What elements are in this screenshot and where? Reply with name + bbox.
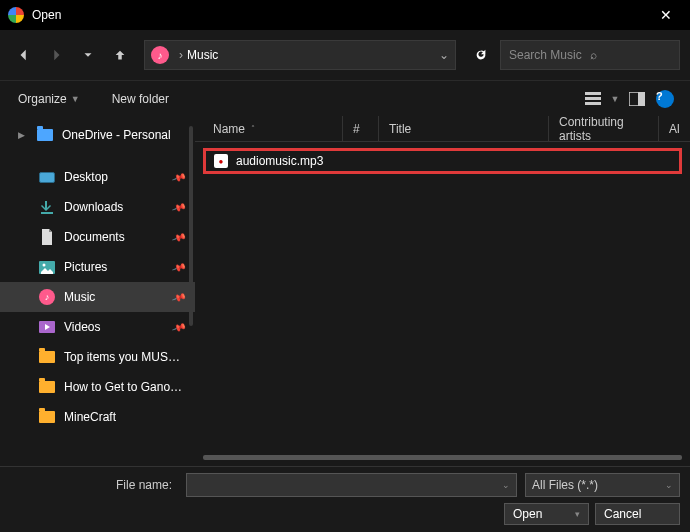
music-icon: ♪ xyxy=(151,46,169,64)
horizontal-scrollbar[interactable] xyxy=(203,455,682,460)
audio-file-icon: ● xyxy=(214,154,228,168)
onedrive-icon xyxy=(36,127,54,143)
chevron-down-icon[interactable]: ⌄ xyxy=(665,480,673,490)
pin-icon: 📌 xyxy=(171,199,187,214)
chevron-right-icon: › xyxy=(179,48,183,62)
column-artists[interactable]: Contributing artists xyxy=(549,116,659,141)
navbar: ♪ › Music ⌄ Search Music ⌕ xyxy=(0,30,690,80)
app-icon xyxy=(8,7,24,23)
column-number[interactable]: # xyxy=(343,116,379,141)
videos-icon xyxy=(38,319,56,335)
forward-button[interactable] xyxy=(42,41,70,69)
recent-dropdown[interactable] xyxy=(74,41,102,69)
sidebar-item-desktop[interactable]: Desktop 📌 xyxy=(0,162,195,192)
downloads-icon xyxy=(38,199,56,215)
folder-icon xyxy=(38,409,56,425)
file-name: audiomusic.mp3 xyxy=(236,154,323,168)
sidebar-item-folder[interactable]: MineCraft xyxy=(0,402,195,432)
view-dropdown[interactable]: ▼ xyxy=(608,86,622,112)
filename-input[interactable]: ⌄ xyxy=(186,473,517,497)
window-title: Open xyxy=(32,8,646,22)
sidebar-item-downloads[interactable]: Downloads 📌 xyxy=(0,192,195,222)
sidebar-item-videos[interactable]: Videos 📌 xyxy=(0,312,195,342)
main-area: ▶ OneDrive - Personal Desktop 📌 Download… xyxy=(0,116,690,466)
refresh-button[interactable] xyxy=(466,40,496,70)
folder-icon xyxy=(38,379,56,395)
filename-label: File name: xyxy=(10,478,178,492)
desktop-icon xyxy=(38,169,56,185)
search-input[interactable]: Search Music ⌕ xyxy=(500,40,680,70)
preview-pane-button[interactable] xyxy=(624,86,650,112)
cancel-button[interactable]: Cancel xyxy=(595,503,680,525)
search-icon: ⌕ xyxy=(590,48,671,62)
view-menu[interactable] xyxy=(580,86,606,112)
file-list-pane: Name˄ # Title Contributing artists Al ● … xyxy=(195,116,690,466)
new-folder-button[interactable]: New folder xyxy=(106,88,175,110)
svg-rect-2 xyxy=(585,102,601,105)
sidebar-item-documents[interactable]: Documents 📌 xyxy=(0,222,195,252)
open-button[interactable]: Open▾ xyxy=(504,503,589,525)
footer: File name: ⌄ All Files (*.*) ⌄ Open▾ Can… xyxy=(0,466,690,532)
chevron-right-icon[interactable]: ▶ xyxy=(18,130,28,140)
back-button[interactable] xyxy=(10,41,38,69)
sidebar-item-folder[interactable]: How to Get to Ganondorf xyxy=(0,372,195,402)
sidebar-item-music[interactable]: ♪ Music 📌 xyxy=(0,282,195,312)
music-icon: ♪ xyxy=(38,289,56,305)
column-name[interactable]: Name˄ xyxy=(203,116,343,141)
folder-icon xyxy=(38,349,56,365)
column-title[interactable]: Title xyxy=(379,116,549,141)
toolbar: Organize▼ New folder ▼ ? xyxy=(0,80,690,116)
address-dropdown[interactable]: ⌄ xyxy=(439,48,449,62)
filetype-filter[interactable]: All Files (*.*) ⌄ xyxy=(525,473,680,497)
file-row[interactable]: ● audiomusic.mp3 xyxy=(203,148,682,174)
search-placeholder: Search Music xyxy=(509,48,590,62)
sidebar-item-folder[interactable]: Top items you MUST get t xyxy=(0,342,195,372)
svg-rect-4 xyxy=(638,92,645,106)
address-bar[interactable]: ♪ › Music ⌄ xyxy=(144,40,456,70)
svg-rect-0 xyxy=(585,92,601,95)
documents-icon xyxy=(38,229,56,245)
up-button[interactable] xyxy=(106,41,134,69)
sidebar: ▶ OneDrive - Personal Desktop 📌 Download… xyxy=(0,116,195,466)
pin-icon: 📌 xyxy=(171,319,187,334)
titlebar: Open ✕ xyxy=(0,0,690,30)
sidebar-item-onedrive[interactable]: ▶ OneDrive - Personal xyxy=(0,120,195,150)
sidebar-item-pictures[interactable]: Pictures 📌 xyxy=(0,252,195,282)
pin-icon: 📌 xyxy=(171,229,187,244)
chevron-down-icon[interactable]: ⌄ xyxy=(502,480,510,490)
close-button[interactable]: ✕ xyxy=(646,7,686,23)
breadcrumb-location[interactable]: Music xyxy=(187,48,218,62)
help-button[interactable]: ? xyxy=(652,86,678,112)
pin-icon: 📌 xyxy=(171,289,187,304)
pin-icon: 📌 xyxy=(171,259,187,274)
pin-icon: 📌 xyxy=(171,169,187,184)
sort-asc-icon: ˄ xyxy=(251,124,255,133)
svg-point-6 xyxy=(43,263,46,266)
organize-menu[interactable]: Organize▼ xyxy=(12,88,86,110)
svg-rect-1 xyxy=(585,97,601,100)
column-headers: Name˄ # Title Contributing artists Al xyxy=(195,116,690,142)
column-album[interactable]: Al xyxy=(659,116,690,141)
pictures-icon xyxy=(38,259,56,275)
